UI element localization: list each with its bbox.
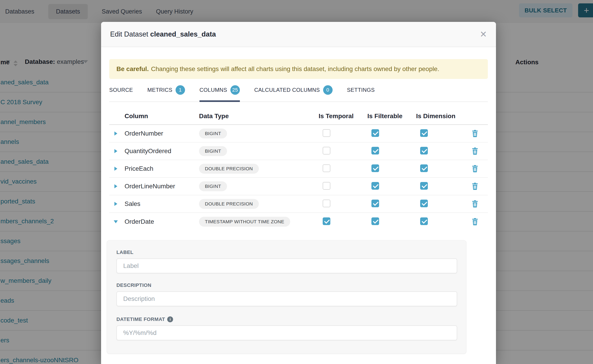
columns-table-header: Column Data Type Is Temporal Is Filterab… xyxy=(109,102,488,125)
is-dimension-checkbox[interactable] xyxy=(420,129,428,137)
collapse-caret-icon[interactable] xyxy=(114,220,118,223)
header-data-type: Data Type xyxy=(197,112,319,120)
columns-count-badge: 25 xyxy=(231,85,240,95)
modal-title-prefix: Edit Dataset xyxy=(110,30,148,38)
is-temporal-checkbox[interactable] xyxy=(323,147,330,155)
column-name: Sales xyxy=(122,200,197,208)
delete-icon[interactable] xyxy=(472,130,478,137)
header-is-dimension: Is Dimension xyxy=(416,112,470,120)
column-row-orderlinenumber: OrderLineNumber BIGINT xyxy=(109,178,488,195)
column-name: OrderNumber xyxy=(122,130,197,137)
expand-caret-icon[interactable] xyxy=(114,149,117,153)
expand-caret-icon[interactable] xyxy=(114,202,117,206)
column-name: OrderLineNumber xyxy=(122,183,197,190)
column-row-sales: Sales DOUBLE PRECISION xyxy=(109,195,488,213)
column-name: QuantityOrdered xyxy=(122,148,197,155)
screen: Databases Datasets Saved Queries Query H… xyxy=(0,0,593,364)
modal-title: Edit Dataset cleaned_sales_data xyxy=(110,30,216,38)
delete-icon[interactable] xyxy=(472,165,478,173)
column-detail-panel: LABEL DESCRIPTION DATETIME FORMAT i xyxy=(107,240,466,354)
modal-dataset-name: cleaned_sales_data xyxy=(150,30,216,38)
column-row-priceeach: PriceEach DOUBLE PRECISION xyxy=(109,160,488,178)
is-filterable-checkbox[interactable] xyxy=(371,147,379,155)
column-row-quantityordered: QuantityOrdered BIGINT xyxy=(109,143,488,160)
delete-icon[interactable] xyxy=(472,182,478,190)
description-field-label: DESCRIPTION xyxy=(116,282,457,288)
modal-header: Edit Dataset cleaned_sales_data ✕ xyxy=(101,22,496,47)
tab-metrics[interactable]: METRICS 1 xyxy=(147,84,185,102)
data-type-pill: DOUBLE PRECISION xyxy=(199,199,259,209)
expand-caret-icon[interactable] xyxy=(114,167,117,171)
info-icon[interactable]: i xyxy=(167,316,173,322)
tab-columns[interactable]: COLUMNS 25 xyxy=(199,84,240,102)
data-type-pill: DOUBLE PRECISION xyxy=(199,164,259,174)
calculated-columns-count-badge: 0 xyxy=(323,85,333,95)
expand-caret-icon[interactable] xyxy=(114,184,117,188)
is-dimension-checkbox[interactable] xyxy=(420,217,428,225)
is-filterable-checkbox[interactable] xyxy=(371,129,379,137)
label-field-label: LABEL xyxy=(116,249,457,255)
warning-banner-text: Changing these settings will affect all … xyxy=(151,65,439,73)
is-dimension-checkbox[interactable] xyxy=(420,147,428,155)
delete-icon[interactable] xyxy=(472,147,478,155)
is-temporal-checkbox[interactable] xyxy=(323,164,330,172)
is-temporal-checkbox[interactable] xyxy=(323,217,330,225)
column-row-ordernumber: OrderNumber BIGINT xyxy=(109,125,488,143)
edit-dataset-modal: Edit Dataset cleaned_sales_data ✕ Be car… xyxy=(101,22,496,364)
description-input[interactable] xyxy=(116,291,457,306)
is-temporal-checkbox[interactable] xyxy=(323,129,330,137)
is-dimension-checkbox[interactable] xyxy=(420,200,428,207)
metrics-count-badge: 1 xyxy=(176,85,185,95)
is-temporal-checkbox[interactable] xyxy=(323,182,330,190)
tab-settings[interactable]: SETTINGS xyxy=(347,84,375,102)
is-filterable-checkbox[interactable] xyxy=(371,217,379,225)
data-type-pill: BIGINT xyxy=(199,129,227,138)
column-name: PriceEach xyxy=(122,165,197,172)
warning-banner: Be careful. Changing these settings will… xyxy=(109,59,488,79)
header-is-filterable: Is Filterable xyxy=(367,112,416,120)
is-filterable-checkbox[interactable] xyxy=(371,164,379,172)
column-row-orderdate: OrderDate TIMESTAMP WITHOUT TIME ZONE xyxy=(109,213,488,230)
delete-icon[interactable] xyxy=(472,218,478,226)
delete-icon[interactable] xyxy=(472,200,478,208)
expand-caret-icon[interactable] xyxy=(114,131,117,136)
is-filterable-checkbox[interactable] xyxy=(371,182,379,190)
is-dimension-checkbox[interactable] xyxy=(420,164,428,172)
data-type-pill: BIGINT xyxy=(199,146,227,156)
data-type-pill: TIMESTAMP WITHOUT TIME ZONE xyxy=(199,217,290,227)
datetime-format-field-label: DATETIME FORMAT i xyxy=(116,316,457,322)
header-is-temporal: Is Temporal xyxy=(319,112,367,120)
tab-source[interactable]: SOURCE xyxy=(109,84,133,102)
header-column: Column xyxy=(122,112,197,120)
tab-calculated-columns[interactable]: CALCULATED COLUMNS 0 xyxy=(254,84,333,102)
is-temporal-checkbox[interactable] xyxy=(323,200,330,207)
modal-body: Be careful. Changing these settings will… xyxy=(101,59,496,354)
datetime-format-input[interactable] xyxy=(116,325,457,340)
close-icon[interactable]: ✕ xyxy=(480,30,487,39)
column-name: OrderDate xyxy=(122,218,197,225)
is-filterable-checkbox[interactable] xyxy=(371,200,379,207)
data-type-pill: BIGINT xyxy=(199,181,227,191)
is-dimension-checkbox[interactable] xyxy=(420,182,428,190)
warning-banner-bold: Be careful. xyxy=(116,65,149,73)
label-input[interactable] xyxy=(116,259,457,273)
modal-tabs: SOURCE METRICS 1 COLUMNS 25 CALCULATED C… xyxy=(109,84,488,102)
